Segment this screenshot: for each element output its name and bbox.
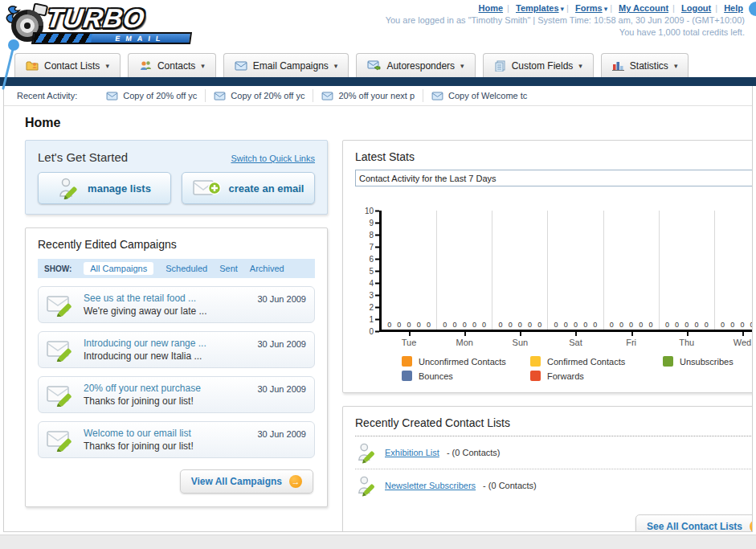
chart-y-tick: 6 (369, 255, 379, 264)
nav-tab-label: Custom Fields (512, 60, 574, 72)
campaign-card[interactable]: 20% off your next purchase Thanks for jo… (38, 376, 315, 413)
chart-day-group: 00000Sat (548, 211, 603, 330)
nav-tab-label: Statistics (630, 60, 668, 72)
latest-stats-title: Latest Stats (355, 150, 753, 163)
header-link-my-account[interactable]: My Account (619, 3, 668, 13)
manage-lists-button[interactable]: manage lists (38, 172, 171, 204)
header-link-logout[interactable]: Logout (681, 3, 711, 13)
campaign-card[interactable]: Introducing our new range ... Introducin… (38, 331, 315, 368)
legend-swatch (663, 356, 673, 367)
chart-value-labels: 00000 (382, 321, 436, 329)
activity-item-label: Copy of 20% off yc (231, 91, 304, 100)
content-frame: Recent Activity: Copy of 20% off yc Copy… (3, 86, 753, 532)
chevron-down-icon: ▾ (201, 62, 205, 70)
envelope-icon (431, 92, 443, 100)
separator: | (715, 3, 717, 13)
campaign-subtitle: Thanks for joining our list! (84, 395, 249, 407)
latest-stats-panel: Latest Stats Contact Activity for the La… (342, 140, 753, 393)
envelope-plus-icon (193, 178, 222, 199)
arrow-right-icon: → (750, 520, 753, 532)
speed-stripes (33, 34, 92, 43)
recent-activity-item[interactable]: Copy of Welcome tc (423, 89, 535, 102)
see-all-contact-lists-label: See All Contact Lists (647, 521, 742, 532)
header-link-templates[interactable]: Templates (516, 3, 559, 13)
campaign-date: 30 Jun 2009 (257, 339, 306, 349)
turbo-email-logo: TURBO EMAIL (5, 2, 206, 48)
nav-tab-label: Email Campaigns (253, 60, 329, 72)
campaign-subtitle: We're giving away our late ... (84, 305, 249, 317)
chart-y-tick: 7 (369, 243, 379, 252)
chart-day-group: 00000Tue (382, 211, 437, 330)
chevron-down-icon: ▾ (674, 62, 678, 70)
contact-list-count: - (0 Contacts) (483, 481, 537, 490)
legend-item: Forwards (530, 371, 663, 381)
campaign-title-link[interactable]: Introducing our new range ... (84, 338, 249, 349)
manage-lists-label: manage lists (88, 182, 151, 195)
contact-list-link[interactable]: Exhibition List (385, 448, 439, 457)
chart-legend: Unconfirmed ContactsConfirmed ContactsUn… (402, 356, 753, 381)
person-pencil-icon (357, 474, 378, 497)
envelope-pencil-icon (47, 383, 76, 407)
chart-x-tick-label: Tue (382, 338, 436, 347)
header-link-forms[interactable]: Forms (575, 3, 603, 13)
campaign-title-link[interactable]: Welcome to our email list (84, 428, 249, 439)
contact-list-link[interactable]: Newsletter Subscribers (385, 481, 476, 490)
arrow-right-icon: → (289, 475, 302, 488)
contact-list-item[interactable]: Exhibition List - (0 Contacts) (355, 436, 753, 469)
chart-y-tick: 10 (365, 207, 379, 215)
chart-y-tick: 3 (369, 291, 379, 300)
envelope-icon (214, 92, 226, 100)
see-all-contact-lists-button[interactable]: See All Contact Lists → (635, 514, 753, 532)
bar-chart-icon (612, 60, 624, 71)
chart-day-group: 00000Fri (604, 211, 660, 330)
chart-y-tick: 1 (369, 315, 379, 324)
page-footer (0, 535, 756, 549)
filter-all-campaigns[interactable]: All Campaigns (84, 262, 153, 275)
nav-tab-statistics[interactable]: Statistics▾ (601, 53, 689, 77)
switch-to-quick-links-link[interactable]: Switch to Quick Links (231, 154, 315, 163)
get-started-title: Let's Get Started (38, 150, 128, 164)
nav-tab-label: Contacts (157, 60, 195, 72)
legend-label: Bounces (419, 371, 453, 381)
brand-name: TURBO (44, 3, 147, 34)
nav-tab-autoresponders[interactable]: Autoresponders▾ (356, 53, 475, 77)
recently-edited-campaigns-panel: Recently Edited Campaigns SHOW: All Camp… (25, 227, 328, 507)
recent-activity-item[interactable]: 20% off your next p (313, 89, 423, 102)
legend-swatch (530, 356, 541, 367)
login-status-text: You are logged in as "Timothy Smith" | S… (386, 15, 745, 25)
nav-tab-email-campaigns[interactable]: Email Campaigns▾ (223, 53, 349, 77)
campaign-title-link[interactable]: 20% off your next purchase (84, 383, 249, 394)
contact-list-item[interactable]: Newsletter Subscribers - (0 Contacts) (355, 469, 753, 502)
header-link-help[interactable]: Help (724, 3, 743, 13)
recent-activity-item[interactable]: Copy of 20% off yc (206, 89, 313, 102)
stats-period-select[interactable]: Contact Activity for the Last 7 Days (355, 170, 753, 186)
nav-tab-custom-fields[interactable]: Custom Fields▾ (483, 53, 594, 77)
recently-created-contact-lists-panel: Recently Created Contact Lists Exhibitio… (342, 406, 753, 532)
chart-y-tick: 2 (369, 303, 379, 312)
chart-x-tick-label: Sat (548, 338, 603, 347)
header-link-home[interactable]: Home (479, 3, 504, 13)
filter-scheduled[interactable]: Scheduled (166, 264, 207, 273)
campaign-date: 30 Jun 2009 (257, 429, 306, 439)
nav-tab-contacts[interactable]: Contacts▾ (128, 53, 216, 77)
legend-label: Unsubscribes (680, 357, 734, 367)
chart-plot: 00000Tue00000Mon00000Sun00000Sat00000Fri… (379, 211, 753, 332)
nav-tab-contact-lists[interactable]: Contact Lists▾ (14, 53, 121, 77)
filter-sent[interactable]: Sent (219, 264, 238, 273)
create-an-email-button[interactable]: create an email (182, 172, 315, 204)
view-all-campaigns-button[interactable]: View All Campaigns → (180, 469, 313, 494)
activity-item-label: 20% off your next p (338, 91, 415, 100)
get-started-panel: Let's Get Started Switch to Quick Links … (25, 140, 328, 215)
chart-x-tick-label: Sun (492, 338, 547, 347)
chart-x-tick-label: Fri (604, 338, 659, 347)
campaign-subtitle: Thanks for joining our list! (84, 440, 249, 452)
campaign-card[interactable]: Welcome to our email list Thanks for joi… (38, 421, 315, 458)
contact-list-count: - (0 Contacts) (447, 448, 501, 457)
campaign-title-link[interactable]: See us at the retail food ... (84, 293, 249, 304)
campaign-date: 30 Jun 2009 (257, 294, 306, 304)
filter-archived[interactable]: Archived (250, 264, 284, 273)
chart-y-tick: 9 (369, 219, 379, 227)
campaign-card[interactable]: See us at the retail food ... We're givi… (38, 286, 315, 323)
recent-activity-item[interactable]: Copy of 20% off yc (98, 89, 206, 102)
legend-item: Unsubscribes (663, 356, 753, 367)
